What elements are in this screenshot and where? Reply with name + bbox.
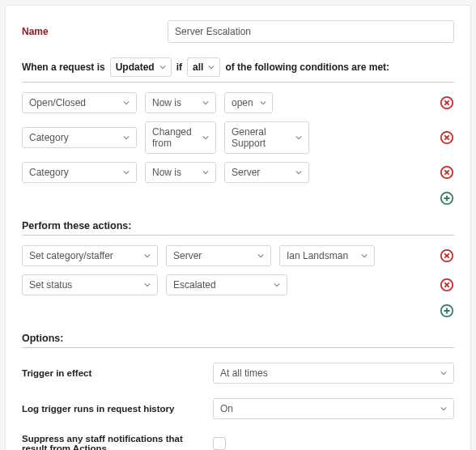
trigger-effect-label: Trigger in effect [22, 368, 203, 378]
sentence-p2: if [176, 62, 182, 73]
divider [22, 347, 454, 348]
condition-value-select[interactable]: Server [224, 162, 309, 183]
chevron-down-icon [440, 370, 447, 376]
chevron-down-icon [144, 253, 151, 259]
chevron-down-icon [123, 100, 130, 106]
trigger-form: Name When a request is Updated if all of… [5, 5, 471, 450]
suppress-label: Suppress any staff notifications that re… [22, 434, 203, 450]
chevron-down-icon [260, 100, 266, 106]
chevron-down-icon [274, 282, 280, 288]
action-value-select[interactable]: Escalated [166, 274, 287, 295]
action-row: Set statusEscalated [22, 274, 454, 295]
condition-value-select[interactable]: open [224, 92, 273, 113]
event-select[interactable]: Updated [110, 57, 172, 77]
chevron-down-icon [295, 134, 302, 141]
remove-row-button[interactable] [440, 165, 454, 180]
action-value2-select[interactable]: Ian Landsman [279, 245, 375, 266]
condition-row: Open/ClosedNow isopen [22, 92, 454, 113]
sentence-p3: of the following conditions are met: [225, 62, 389, 73]
actions-title: Perform these actions: [22, 220, 454, 231]
chevron-down-icon [440, 405, 447, 412]
chevron-down-icon [123, 169, 130, 176]
chevron-down-icon [144, 282, 151, 288]
action-value-select[interactable]: Server [166, 245, 271, 266]
condition-op-select[interactable]: Now is [145, 162, 216, 183]
chevron-down-icon [159, 64, 166, 70]
chevron-down-icon [295, 169, 302, 176]
condition-sentence: When a request is Updated if all of the … [22, 57, 454, 77]
chevron-down-icon [202, 100, 209, 106]
chevron-down-icon [123, 134, 130, 141]
trigger-effect-select[interactable]: At all times [213, 363, 454, 384]
condition-field-select[interactable]: Open/Closed [22, 92, 137, 113]
add-action-button[interactable] [440, 304, 454, 318]
condition-op-select[interactable]: Now is [145, 92, 216, 113]
conditions-list: Open/ClosedNow isopenCategoryChanged fro… [22, 92, 454, 183]
remove-row-button[interactable] [440, 248, 454, 263]
remove-row-button[interactable] [440, 96, 454, 110]
condition-value-select[interactable]: General Support [224, 121, 309, 154]
options-title: Options: [22, 333, 454, 344]
remove-row-button[interactable] [440, 278, 454, 292]
name-label: Name [22, 26, 168, 37]
condition-field-select[interactable]: Category [22, 127, 137, 148]
suppress-checkbox[interactable] [213, 437, 226, 450]
chevron-down-icon [361, 253, 368, 259]
chevron-down-icon [202, 134, 209, 141]
condition-field-select[interactable]: Category [22, 162, 137, 183]
actions-list: Set category/stafferServerIan LandsmanSe… [22, 245, 454, 295]
condition-row: CategoryChanged fromGeneral Support [22, 121, 454, 154]
divider [22, 82, 454, 83]
remove-row-button[interactable] [440, 130, 454, 145]
action-row: Set category/stafferServerIan Landsman [22, 245, 454, 266]
match-select[interactable]: all [187, 57, 220, 77]
chevron-down-icon [257, 253, 264, 259]
divider [22, 235, 454, 236]
condition-row: CategoryNow isServer [22, 162, 454, 183]
condition-op-select[interactable]: Changed from [145, 121, 216, 154]
chevron-down-icon [202, 169, 209, 176]
name-input[interactable] [168, 20, 454, 43]
sentence-p1: When a request is [22, 62, 105, 73]
log-runs-select[interactable]: On [213, 398, 454, 419]
log-runs-label: Log trigger runs in request history [22, 404, 203, 414]
action-type-select[interactable]: Set category/staffer [22, 245, 158, 266]
chevron-down-icon [208, 64, 215, 70]
add-condition-button[interactable] [440, 191, 454, 206]
action-type-select[interactable]: Set status [22, 274, 158, 295]
